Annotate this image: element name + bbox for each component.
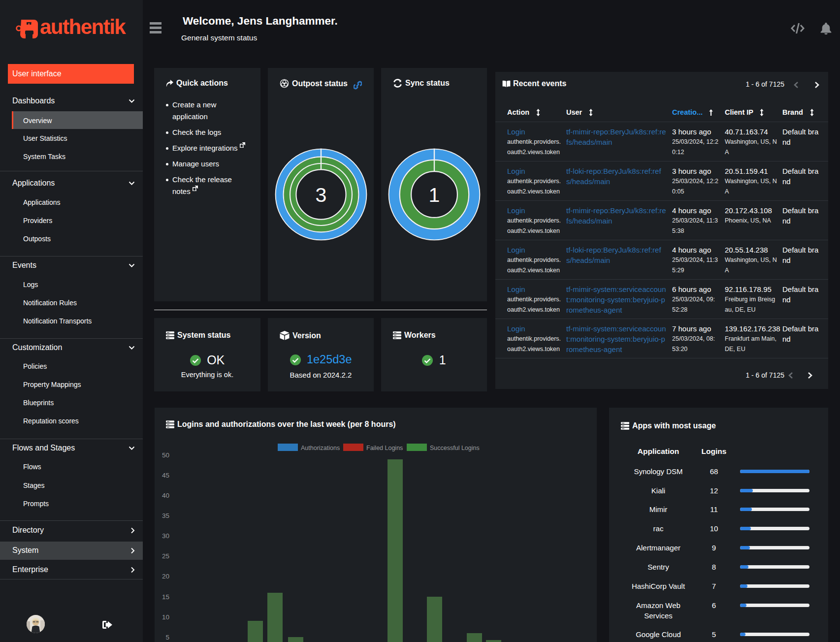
svg-text:3: 3 bbox=[316, 184, 327, 206]
svg-text:authentik: authentik bbox=[40, 18, 126, 38]
svg-text:1: 1 bbox=[429, 184, 440, 206]
